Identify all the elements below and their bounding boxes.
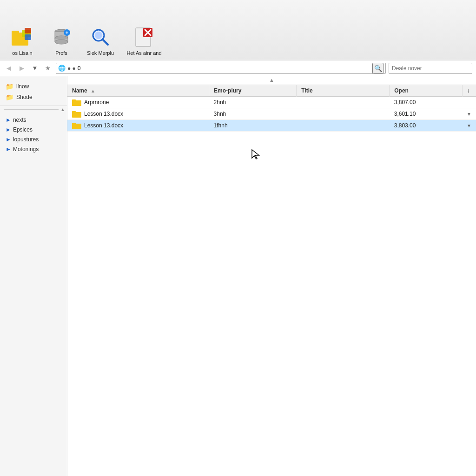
toolbar-btn-open-lisaln[interactable]: os Lisaln (4, 24, 41, 58)
arrow-icon-motonings: ► (6, 146, 11, 152)
dropdown-arrow-row3[interactable]: ▼ (467, 123, 471, 128)
toolbar-label-siek-merplu: Siek Merplu (87, 50, 114, 56)
sidebar-chevron[interactable]: ▲ (60, 107, 65, 112)
file-table-body: Arprnrone 2hnh 3,807.00 (67, 97, 476, 132)
globe-icon: 🌐 (58, 65, 66, 72)
toolbar: os Lisaln + Profs (0, 0, 476, 60)
cell-title-row3 (297, 120, 390, 132)
dropdown-arrow-row2[interactable]: ▼ (467, 112, 471, 117)
sort-header-row: ▲ (67, 76, 476, 85)
table-row[interactable]: Arprnrone 2hnh 3,807.00 (67, 97, 476, 108)
database-icon: + (50, 26, 73, 48)
table-row[interactable]: Lesson 13.docx 3hnh 3,601.10 ▼ (67, 108, 476, 120)
sidebar-label-epsices: Epsices (13, 126, 33, 133)
toolbar-label-profs: Profs (55, 50, 67, 56)
toolbar-label-het-as: Het As ainr and (126, 50, 161, 56)
svg-rect-1 (12, 31, 19, 34)
address-input[interactable] (78, 65, 372, 72)
sidebar-item-nexts[interactable]: ► nexts (1, 115, 66, 125)
folder-icon-llnow: 📁 (6, 83, 13, 90)
sidebar-item-llnow[interactable]: 📁 llnow (1, 81, 66, 92)
toolbar-btn-siek-merplu[interactable]: Siek Merplu (82, 24, 119, 58)
sort-chevron-up[interactable]: ▲ (269, 77, 274, 83)
search-blue-icon (89, 26, 112, 48)
dropdown-button[interactable]: ▼ (30, 63, 40, 73)
svg-rect-22 (72, 111, 76, 113)
toolbar-label-open-lisaln: os Lisaln (12, 50, 32, 56)
folder-icon-row2 (72, 110, 81, 118)
col-extra[interactable]: ↓ (462, 85, 476, 97)
cell-open-row2: 3,601.10 (390, 108, 462, 120)
toolbar-btn-profs[interactable]: + Profs (43, 24, 80, 58)
col-open[interactable]: Open (390, 85, 462, 97)
sidebar-label-shode: Shode (16, 94, 33, 100)
cell-dropdown-row3[interactable]: ▼ (462, 120, 476, 132)
address-search-button[interactable]: 🔍 (372, 63, 383, 74)
cell-dropdown-row2[interactable]: ▼ (462, 108, 476, 120)
header-row: Name ▲ Emo-plury Title Open ↓ (67, 85, 476, 97)
sidebar-nav-section: ► nexts ► Epsices ► lopustures ► Motonin… (0, 113, 67, 156)
svg-rect-24 (72, 123, 76, 125)
col-title[interactable]: Title (297, 85, 390, 97)
cell-name-row3: Lesson 13.docx (67, 120, 209, 132)
svg-rect-4 (25, 34, 31, 40)
sidebar-item-motonings[interactable]: ► Motonings (1, 145, 66, 154)
arrow-icon-nexts: ► (6, 117, 11, 123)
col-emo-plury[interactable]: Emo-plury (209, 85, 297, 97)
cell-emo-row1: 2hnh (209, 97, 297, 108)
sidebar-item-lopustures[interactable]: ► lopustures (1, 135, 66, 144)
folder-icon-shode: 📁 (6, 93, 13, 101)
svg-line-13 (103, 40, 108, 45)
cell-emo-row3: 1fhnh (209, 120, 297, 132)
delete-x-icon (133, 26, 155, 48)
sidebar-label-nexts: nexts (13, 117, 26, 123)
file-table: Name ▲ Emo-plury Title Open ↓ (67, 85, 476, 132)
file-table-header: Name ▲ Emo-plury Title Open ↓ (67, 85, 476, 97)
folder-colored-icon (11, 26, 33, 48)
sidebar: 📁 llnow 📁 Shode ▲ ► nexts ► Epsices ► (0, 76, 67, 476)
folder-icon-row1 (72, 99, 81, 106)
cell-name-row1: Arprnrone (67, 97, 209, 108)
svg-rect-20 (72, 99, 76, 101)
cell-open-row3: 3,803.00 (390, 120, 462, 132)
cell-title-row1 (297, 97, 390, 108)
sidebar-label-motonings: Motonings (13, 146, 39, 152)
arrow-icon-lopustures: ► (6, 136, 11, 143)
sidebar-item-shode[interactable]: 📁 Shode (1, 92, 66, 102)
cell-title-row2 (297, 108, 390, 120)
sidebar-top-section: 📁 llnow 📁 Shode (0, 79, 67, 105)
sidebar-collapse-btn[interactable]: ▲ (0, 106, 67, 113)
col-name[interactable]: Name ▲ (67, 85, 209, 97)
sidebar-label-lopustures: lopustures (13, 136, 39, 143)
svg-rect-3 (25, 28, 31, 33)
svg-point-14 (95, 32, 102, 39)
arrow-icon-epsices: ► (6, 126, 11, 133)
folder-icon-row3 (72, 122, 81, 129)
main-layout: 📁 llnow 📁 Shode ▲ ► nexts ► Epsices ► (0, 76, 476, 476)
sidebar-item-epsices[interactable]: ► Epsices (1, 125, 66, 134)
cell-name-row2: Lesson 13.docx (67, 108, 209, 120)
cell-emo-row2: 3hnh (209, 108, 297, 120)
addressbar: ◀ ▶ ▼ ★ 🌐 ● ● 🔍 (0, 60, 476, 76)
search-input[interactable] (392, 65, 469, 72)
content-area: ▲ Name ▲ Emo-plury Title Open (67, 76, 476, 476)
svg-text:+: + (66, 30, 68, 35)
back-button[interactable]: ◀ (4, 63, 14, 73)
address-prefix: ● ● (67, 65, 76, 72)
table-row[interactable]: Lesson 13.docx 1fhnh 3,803.00 ▼ (67, 120, 476, 132)
cell-open-row1: 3,807.00 (390, 97, 462, 108)
sort-arrow-name: ▲ (91, 88, 95, 93)
sidebar-label-llnow: llnow (16, 83, 29, 90)
favorites-button[interactable]: ★ (43, 63, 53, 73)
search-box (389, 63, 472, 74)
toolbar-btn-het-as[interactable]: Het As ainr and (121, 24, 167, 58)
svg-point-9 (55, 40, 68, 44)
cell-dropdown-row1 (462, 97, 476, 108)
address-bar-wrap: 🌐 ● ● 🔍 (56, 63, 386, 74)
forward-button[interactable]: ▶ (17, 63, 27, 73)
